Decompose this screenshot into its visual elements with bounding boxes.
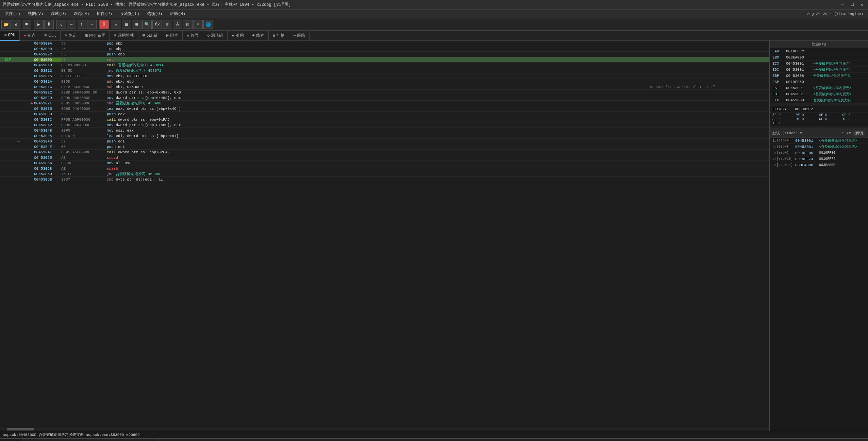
toolbar-mem-map[interactable]: ▦ <box>122 20 131 29</box>
tab-source[interactable]: ◇ 源代码 <box>203 31 228 41</box>
register-row[interactable]: ESP0019FF50 <box>770 79 868 85</box>
menu-help[interactable]: 帮助(H) <box>166 10 189 17</box>
disasm-row[interactable]: 00453013E8 01000000call 吾爱破解论坛学习.453014 <box>0 63 769 68</box>
register-row[interactable]: EDX00453001<吾爱破解论坛学习脱壳> <box>770 67 868 73</box>
flag-item[interactable]: PF 0 <box>796 113 819 117</box>
flag-item[interactable]: IF 1 <box>772 121 796 125</box>
disasm-row[interactable]: 0045305975 FDjne 吾爱破解论坛学习.453058 <box>0 171 769 177</box>
disasm-row[interactable]: 0045301C81EB 00300500sub ebx, 0x53000530… <box>0 84 769 90</box>
bottom-tab-mem3[interactable]: ▦内存 3 <box>45 439 67 441</box>
disasm-row[interactable]: 0045300C55push ebp <box>0 52 769 57</box>
disasm-row[interactable]: EIP0045300DC3ret <box>0 57 769 63</box>
flag-item[interactable]: DF 0 <box>796 117 819 121</box>
tab-notes[interactable]: ✎ 笔记 <box>61 31 81 41</box>
toolbar-settings[interactable]: ▤ <box>183 20 193 29</box>
disasm-row[interactable]: 004530488BF0mov esi, eax <box>0 128 769 133</box>
disasm-row[interactable]: 0045304E56push esi <box>0 144 769 150</box>
menu-trace[interactable]: 跟踪(N) <box>70 10 93 17</box>
toolbar-pencil[interactable]: ✏ <box>112 20 121 29</box>
tab-trace[interactable]: → 跟踪 <box>289 31 310 41</box>
tab-script[interactable]: ► 脚本 <box>162 31 183 41</box>
disasm-row[interactable]: 00453013EB 5Djmp 吾爱破解论坛学习.453072 <box>0 68 769 73</box>
register-row[interactable]: EDI00453001<吾爱破解论坛学习脱壳> <box>770 91 868 97</box>
unlock-button[interactable]: 解锁 <box>853 130 865 136</box>
toolbar-step-over[interactable]: ↷ <box>67 20 76 29</box>
toolbar-step-into[interactable]: ↘ <box>56 20 66 29</box>
flag-item[interactable]: SF 0 <box>772 117 796 121</box>
menu-file[interactable]: 文件(F) <box>1 10 24 17</box>
toolbar-bp[interactable]: 9 <box>99 20 109 29</box>
disasm-row[interactable]: 0045304FFF95 A5F00000call dword ptr ss:[… <box>0 150 769 155</box>
flag-item[interactable]: AF 0 <box>819 113 842 117</box>
flag-item[interactable]: ZF 0 <box>772 113 796 117</box>
disasm-row[interactable]: 0045305B3807cmp byte ptr ds:[edi], al <box>0 177 769 182</box>
tab-callstack[interactable]: ⊕ 调用堆栈 <box>110 31 138 41</box>
tab-symbol[interactable]: ◈ 符号 <box>183 31 203 41</box>
register-row[interactable]: EBP00453008吾爱破解论坛学习脱壳实 <box>770 73 868 79</box>
toolbar-open[interactable]: 📂 <box>1 20 11 29</box>
disasm-row[interactable]: 004530358D85 94040000lea eax, dword ptr … <box>0 106 769 112</box>
register-row[interactable]: EBX003EA000 <box>770 54 868 61</box>
tab-breakpoints[interactable]: ● 断点 <box>20 31 40 41</box>
disasm-row[interactable]: 0045300A5Dpop ebp <box>0 41 769 46</box>
toolbar-about[interactable]: 🌐 <box>203 20 213 29</box>
tab-handle[interactable]: ◉ 句柄 <box>269 31 289 41</box>
disasm-table[interactable]: 0045300A5Dpop ebp0045300B45inc ebp004530… <box>0 41 769 427</box>
toolbar-notes[interactable]: ≡ <box>193 20 203 29</box>
bottom-tab-mem2[interactable]: ▦内存 2 <box>22 439 45 441</box>
toolbar-func[interactable]: fx <box>152 20 162 29</box>
disasm-row[interactable]: → 0045304D57push edi <box>0 139 769 144</box>
bottom-tab-mem5[interactable]: ▦内存 5 <box>89 439 112 441</box>
disasm-row[interactable]: 0045300B45inc ebp <box>0 46 769 52</box>
register-row[interactable]: EAX0019FFCC <box>770 48 868 54</box>
bottom-tab-mem4[interactable]: ▦内存 4 <box>67 439 89 441</box>
toolbar-run[interactable]: ▶ <box>34 20 44 29</box>
flag-item[interactable]: OF 0 <box>842 113 866 117</box>
maximize-button[interactable]: □ <box>849 2 855 7</box>
tab-memory-layout[interactable]: ▦ 内存布局 <box>81 31 110 41</box>
disasm-row[interactable]: 00453056B0 00mov al, 0x0 <box>0 160 769 166</box>
bottom-tab-locals[interactable]: ≡局部变量 <box>134 439 160 441</box>
register-row[interactable]: ECX00453001<吾爱破解论坛学习脱壳> <box>770 61 868 67</box>
menu-bookmark[interactable]: 收藏夹(I) <box>116 10 143 17</box>
disasm-row[interactable]: 004530428985 8C040000mov dword ptr ss:[e… <box>0 122 769 128</box>
disasm-row[interactable]: 0045303B50push eax <box>0 112 769 117</box>
toolbar-hash[interactable]: # <box>163 20 172 29</box>
toolbar-pause[interactable]: ⏸ <box>44 20 54 29</box>
menu-plugin[interactable]: 插件(P) <box>93 10 116 17</box>
toolbar-run-to-cursor[interactable]: → <box>87 20 97 29</box>
menu-debug[interactable]: 调试(D) <box>47 10 70 17</box>
register-row[interactable]: ESI00453001<吾爱破解论坛学习脱壳> <box>770 85 868 91</box>
bottom-tab-struct[interactable]: ▤结构体 <box>160 439 182 441</box>
tab-thread[interactable]: ⊙ 线程 <box>248 31 269 41</box>
disasm-row[interactable]: 0045302283BD 88040000 00cmp dword ptr ss… <box>0 90 769 95</box>
toolbar-stop[interactable]: ■ <box>22 20 31 29</box>
flag-item[interactable]: TF 0 <box>842 117 866 121</box>
menu-view[interactable]: 视图(V) <box>24 10 47 17</box>
flag-item[interactable]: CF 0 <box>819 117 842 121</box>
disasm-row[interactable]: ◆0045302F0F85 CB030000jne 吾爱破解论坛学习.45340… <box>0 101 769 106</box>
tab-trace-label: 跟踪 <box>297 33 305 38</box>
disasm-row[interactable]: 0045301A03DDadd ebx, ebp <box>0 79 769 84</box>
tab-log[interactable]: ≡ 日志 <box>40 31 61 41</box>
disasm-row[interactable]: 00453015BB EDFFFFFFmov ebx, 0xFFFFFED <box>0 73 769 79</box>
bottom-tab-mem1[interactable]: ▦内存 1 <box>0 439 22 441</box>
bottom-tab-monitor[interactable]: ◈监视 1 <box>112 439 134 441</box>
toolbar-restart[interactable]: ↺ <box>12 20 21 29</box>
register-row[interactable]: EIP0045300D吾爱破解论坛学习脱壳实 <box>770 97 868 103</box>
disasm-row[interactable]: 0045304A8D7D 51lea edi, dword ptr ss:[eb… <box>0 133 769 139</box>
disasm-row[interactable]: 00453058AEscasb <box>0 166 769 171</box>
menu-options[interactable]: 选项(O) <box>144 10 166 17</box>
disasm-row[interactable]: 0045303CFF95 A9F00000call dword ptr ss:[… <box>0 117 769 122</box>
disasm-row[interactable]: 00453055ABstosd <box>0 155 769 160</box>
close-button[interactable]: ✕ <box>858 2 865 7</box>
tab-seh[interactable]: ⊞ SEH链 <box>138 31 162 41</box>
toolbar-step-out[interactable]: ↑ <box>77 20 86 29</box>
tab-ref[interactable]: ◆ 引用 <box>228 31 248 41</box>
toolbar-search[interactable]: 🔍 <box>142 20 152 29</box>
disasm-row[interactable]: 00453029899D 88040000mov dword ptr ss:[e… <box>0 95 769 101</box>
toolbar-patch[interactable]: ⊞ <box>132 20 141 29</box>
toolbar-font[interactable]: A <box>173 20 182 29</box>
tab-cpu[interactable]: ⊞ CPU <box>0 31 20 41</box>
minimize-button[interactable]: ─ <box>839 2 846 7</box>
